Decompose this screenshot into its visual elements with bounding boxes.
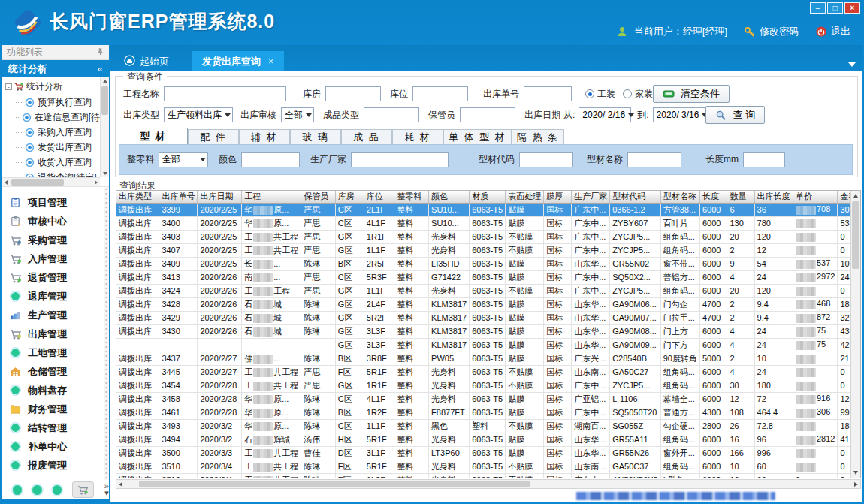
audit-select[interactable]: 全部 bbox=[281, 107, 314, 122]
tree-item[interactable]: 发货出库查询 bbox=[2, 140, 100, 155]
collapse-icon[interactable]: « bbox=[98, 63, 103, 74]
sidebar-menu-item[interactable]: 出库管理 bbox=[2, 324, 109, 343]
date-from-picker[interactable]: 2020/ 2/16 bbox=[579, 107, 631, 122]
table-row[interactable]: 调拨出库35102020/3/4工共工程陈琳F区5R1F整料光身料6063-T5… bbox=[116, 460, 860, 473]
tree-item[interactable]: 收货入库查询 bbox=[2, 155, 100, 170]
length-input[interactable] bbox=[743, 152, 785, 167]
profile-code-input[interactable] bbox=[519, 152, 573, 167]
sidebar-menu-item[interactable]: 财务管理 bbox=[2, 400, 109, 418]
close-button[interactable]: × bbox=[844, 2, 860, 14]
color-input[interactable] bbox=[241, 152, 300, 167]
sidebar-menu-item[interactable]: 补单中心 bbox=[2, 437, 109, 456]
column-header[interactable]: 出库日期 bbox=[198, 191, 242, 203]
module-dot-button[interactable] bbox=[53, 485, 62, 495]
tab-shipment-outbound-query[interactable]: 发货出库查询 × bbox=[192, 51, 284, 71]
column-header[interactable]: 出库单号 bbox=[159, 191, 198, 203]
column-header[interactable]: 表面处理 bbox=[506, 191, 544, 203]
column-header[interactable]: 型材名称 bbox=[660, 191, 699, 203]
material-tab[interactable]: 成 品 bbox=[341, 129, 392, 144]
maximize-button[interactable]: □ bbox=[827, 2, 843, 14]
project-name-input[interactable] bbox=[164, 86, 286, 101]
tab-overflow-arrow-icon[interactable] bbox=[848, 62, 856, 67]
table-row[interactable]: 调拨出库35122020/3/4工共工程陈琳F区1L2F整料光身料6063-T5… bbox=[116, 473, 860, 478]
manufacturer-input[interactable] bbox=[351, 152, 449, 167]
column-header[interactable]: 库位 bbox=[364, 191, 394, 203]
table-row[interactable]: 调拨出库34292020/2/26石城陈琳G区5R2F整料KLM38176063… bbox=[116, 311, 860, 324]
table-row[interactable]: 调拨出库34242020/2/26工工程严思G区1L1F整料光身料6063-T5… bbox=[116, 284, 860, 297]
profile-name-input[interactable] bbox=[627, 152, 681, 167]
tree-item[interactable]: 采购入库查询 bbox=[2, 125, 100, 140]
column-header[interactable]: 颜色 bbox=[429, 191, 470, 203]
table-row[interactable]: 调拨出库33992020/2/25华原...严思C区2L1F整料SU10...6… bbox=[116, 203, 860, 216]
pin-icon[interactable] bbox=[96, 47, 104, 58]
cart-module-button[interactable] bbox=[72, 481, 94, 498]
change-password-button[interactable]: 修改密码 bbox=[744, 25, 799, 38]
sidebar-menu-item[interactable]: 报废管理 bbox=[2, 456, 109, 475]
material-tab[interactable]: 玻 璃 bbox=[290, 129, 341, 144]
column-header[interactable]: 膜厚 bbox=[544, 191, 572, 203]
keeper-input[interactable] bbox=[460, 107, 515, 122]
table-row[interactable]: 调拨出库34542020/2/28工共工程严思G区1R1F整料光身料6063-T… bbox=[116, 379, 860, 392]
material-tab[interactable]: 隔 热 条 bbox=[512, 129, 564, 144]
location-input[interactable] bbox=[412, 86, 468, 101]
product-type-input[interactable] bbox=[364, 107, 419, 122]
warehouse-input[interactable] bbox=[325, 86, 381, 101]
column-header[interactable]: 库房 bbox=[335, 191, 364, 203]
radio-jiazhuang[interactable] bbox=[623, 89, 632, 98]
material-tab[interactable]: 单 体 型 材 bbox=[443, 129, 512, 144]
table-row[interactable]: 调拨出库34452020/2/27工共工程严思F区5R1F整料光身料6063-T… bbox=[116, 365, 860, 379]
sidebar-menu-item[interactable]: 仓储管理 bbox=[2, 362, 109, 381]
sidebar-menu-item[interactable]: 生产管理 bbox=[2, 306, 109, 324]
column-header[interactable]: 单价 bbox=[793, 191, 837, 203]
sidebar-menu-item[interactable]: 入库管理 bbox=[2, 249, 109, 268]
table-row[interactable]: 调拨出库34002020/2/25华原...严思C区4L1F整料SU10...6… bbox=[116, 216, 860, 230]
tab-close-icon[interactable]: × bbox=[268, 56, 273, 67]
material-tab[interactable]: 型 材 bbox=[119, 128, 188, 144]
column-header[interactable]: 型材代码 bbox=[610, 191, 661, 203]
column-header[interactable]: 材质 bbox=[470, 191, 506, 203]
column-header[interactable]: 工程 bbox=[242, 191, 301, 203]
column-header[interactable]: 长度 bbox=[699, 191, 727, 203]
column-header[interactable]: 生产厂家 bbox=[572, 191, 610, 203]
sidebar-menu-item[interactable]: 项目管理 bbox=[2, 193, 109, 212]
order-no-input[interactable] bbox=[524, 86, 572, 101]
material-tab[interactable]: 耗 材 bbox=[392, 129, 443, 144]
tree-item[interactable]: 预算执行查询 bbox=[2, 95, 100, 110]
table-row[interactable]: 调拨出库34132020/2/26南...严思C区5R3F整料G71422606… bbox=[116, 270, 860, 284]
table-row[interactable]: 调拨出库34072020/2/25工共工程严思G区1L1F整料光身料6063-T… bbox=[116, 243, 860, 257]
table-row[interactable]: 调拨出库34942020/3/2石辉城汤伟H区5R1F整料光身料6063-T5贴… bbox=[116, 433, 860, 446]
table-row[interactable]: 调拨出库34582020/2/28华原...陈琳C区4L1F整料光身料6063-… bbox=[116, 392, 860, 406]
tree-horizontal-scrollbar[interactable] bbox=[2, 177, 100, 186]
sidebar-menu-item[interactable]: 退库管理 bbox=[2, 287, 109, 306]
material-tab[interactable]: 配 件 bbox=[188, 129, 239, 144]
table-row[interactable]: 调拨出库34372020/2/27佛...陈琳B区3R8F整料PW056063-… bbox=[116, 352, 860, 365]
table-horizontal-scrollbar[interactable] bbox=[116, 479, 861, 489]
tree-item[interactable]: 退货查询[待定] bbox=[2, 170, 100, 177]
sidebar-menu-item[interactable]: 退货管理 bbox=[2, 268, 109, 287]
clear-conditions-button[interactable]: 清空条件 bbox=[653, 85, 730, 103]
column-header[interactable]: 数量 bbox=[727, 191, 754, 203]
sidebar-menu-item[interactable]: 结转管理 bbox=[2, 418, 109, 437]
table-row[interactable]: 调拨出库34032020/2/25工共工程严思G区1R1F整料光身料6063-T… bbox=[116, 230, 860, 243]
whole-piece-select[interactable]: 全部 bbox=[159, 152, 208, 167]
tree-vertical-scrollbar[interactable] bbox=[100, 77, 109, 177]
tree-root-statistics[interactable]: - 统计分析 bbox=[2, 79, 100, 95]
table-row[interactable]: 调拨出库34282020/2/26石城陈琳G区2L4F整料KLM38176063… bbox=[116, 297, 860, 311]
logout-button[interactable]: 退出 bbox=[815, 25, 850, 38]
sidebar-menu-item[interactable]: 审核中心 bbox=[2, 212, 109, 231]
table-row[interactable]: 调拨出库34612020/2/28华原...陈琳B区1R2F整料F8877FT6… bbox=[116, 406, 860, 419]
tree-expander-icon[interactable]: - bbox=[5, 83, 12, 90]
search-button[interactable]: 查 询 bbox=[705, 106, 766, 124]
tree-item[interactable]: 在途信息查询[待 bbox=[2, 110, 100, 125]
sidebar-menu-item[interactable]: 物料盘存 bbox=[2, 381, 109, 400]
column-header[interactable]: 出库长度 bbox=[754, 191, 793, 203]
column-header[interactable]: 整零料 bbox=[394, 191, 429, 203]
radio-gongzhuang[interactable] bbox=[585, 89, 594, 98]
table-row[interactable]: G区3L3F整料KLM38176063-T5贴膜国标山东华...GA90M09.… bbox=[116, 338, 860, 352]
table-row[interactable]: 调拨出库34092020/2/25长...陈琳B区2R5F整料LI35HD606… bbox=[116, 257, 860, 270]
tab-home[interactable]: 起始页 bbox=[115, 51, 178, 71]
column-header[interactable]: 保管员 bbox=[301, 191, 336, 203]
table-row[interactable]: 调拨出库35002020/3/3工共工程曹佳D区3L1F整料LT3P606063… bbox=[116, 446, 860, 460]
more-modules-button[interactable]: »▾ bbox=[104, 483, 109, 496]
table-vertical-scrollbar[interactable] bbox=[850, 191, 860, 478]
